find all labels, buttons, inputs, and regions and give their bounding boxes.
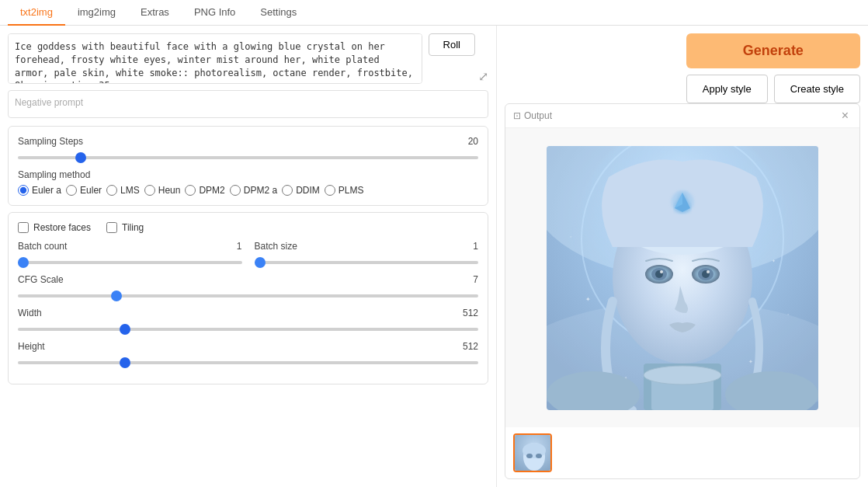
output-area: ⊡ Output × (505, 103, 860, 479)
tab-img2img[interactable]: img2img (65, 0, 128, 26)
tiling-checkbox[interactable]: Tiling (106, 222, 144, 233)
sampling-steps-label-row: Sampling Steps 20 (18, 136, 478, 147)
sampling-method-section: Sampling method Euler a Euler LMS (18, 169, 478, 196)
sampling-method-radio-group: Euler a Euler LMS Heun (18, 185, 478, 196)
thumbnail-row (505, 427, 859, 478)
create-style-button[interactable]: Create style (774, 75, 860, 103)
checkbox-row: Restore faces Tiling (18, 222, 478, 233)
output-header: ⊡ Output × (505, 104, 859, 128)
height-value: 512 (463, 341, 478, 352)
batch-sliders: Batch count 1 Batch size 1 (18, 241, 478, 274)
sampling-steps-label: Sampling Steps (18, 136, 83, 147)
svg-point-32 (526, 454, 533, 458)
svg-point-33 (536, 454, 542, 458)
svg-text:✦: ✦ (585, 296, 591, 303)
width-label: Width (18, 308, 42, 318)
main-content: Roll ⤢ Negative prompt Sampling Steps 20… (0, 26, 868, 487)
output-image-area: ✦ ✦ ✦ ✦ * * (505, 128, 859, 427)
negative-prompt-placeholder: Negative prompt (15, 97, 83, 108)
radio-plms[interactable]: PLMS (325, 185, 364, 196)
width-slider[interactable] (18, 328, 478, 331)
right-top-wrapper: Generate Apply style Create style (505, 33, 860, 103)
batch-count-slider[interactable] (18, 261, 242, 264)
batch-size-row: Batch size 1 (255, 241, 479, 266)
radio-heun[interactable]: Heun (144, 185, 181, 196)
radio-lms[interactable]: LMS (106, 185, 140, 196)
roll-button[interactable]: Roll (429, 33, 475, 56)
tab-txt2img[interactable]: txt2img (8, 0, 65, 26)
generate-button[interactable]: Generate (686, 33, 860, 68)
svg-text:✦: ✦ (772, 259, 776, 263)
tab-settings[interactable]: Settings (248, 0, 309, 26)
cfg-scale-value: 7 (473, 274, 478, 285)
prompt-input[interactable] (8, 33, 422, 84)
output-icon: ⊡ (513, 110, 521, 121)
prompt-row: Roll ⤢ (8, 33, 488, 84)
radio-dpm2[interactable]: DPM2 (185, 185, 224, 196)
negative-prompt-input[interactable]: Negative prompt (8, 90, 488, 118)
radio-euler-a[interactable]: Euler a (18, 185, 61, 196)
width-row: Width 512 (18, 308, 478, 333)
svg-point-18 (660, 270, 663, 273)
svg-point-7 (644, 366, 721, 384)
thumbnail-image (515, 435, 552, 472)
batch-count-row: Batch count 1 (18, 241, 242, 266)
sampling-steps-value: 20 (468, 136, 478, 147)
thumbnail-1[interactable] (513, 433, 552, 472)
height-row: Height 512 (18, 341, 478, 367)
generate-col: Generate Apply style Create style (686, 33, 860, 103)
radio-euler[interactable]: Euler (66, 185, 102, 196)
restore-faces-label: Restore faces (33, 222, 91, 233)
radio-dpm2a[interactable]: DPM2 a (230, 185, 277, 196)
height-slider[interactable] (18, 361, 478, 364)
tab-extras[interactable]: Extras (128, 0, 182, 26)
batch-size-slider[interactable] (255, 261, 479, 264)
svg-point-31 (523, 443, 546, 458)
batch-size-label: Batch size (255, 241, 297, 252)
tabs-bar: txt2img img2img Extras PNG Info Settings (0, 0, 868, 26)
batch-size-value: 1 (473, 241, 478, 252)
batch-count-label: Batch count (18, 241, 67, 252)
cfg-scale-row: CFG Scale 7 (18, 274, 478, 300)
radio-ddim[interactable]: DDIM (282, 185, 320, 196)
right-panel: Generate Apply style Create style ⊡ Outp… (497, 26, 868, 487)
output-close-button[interactable]: × (838, 109, 852, 123)
restore-faces-checkbox[interactable]: Restore faces (18, 222, 91, 233)
tiling-label: Tiling (122, 222, 144, 233)
svg-text:✦: ✦ (748, 359, 753, 364)
apply-style-button[interactable]: Apply style (686, 75, 768, 103)
generated-image: ✦ ✦ ✦ ✦ * * (547, 146, 818, 410)
svg-point-19 (707, 270, 710, 273)
left-panel: Roll ⤢ Negative prompt Sampling Steps 20… (0, 26, 497, 487)
options-section: Restore faces Tiling Batch count 1 (8, 212, 488, 384)
style-buttons-row: Apply style Create style (686, 75, 860, 103)
sampling-steps-section: Sampling Steps 20 Sampling method Euler … (8, 126, 488, 206)
cfg-scale-slider[interactable] (18, 294, 478, 297)
batch-count-value: 1 (237, 241, 242, 252)
tab-png-info[interactable]: PNG Info (182, 0, 248, 26)
svg-point-22 (671, 190, 694, 214)
sampling-steps-slider[interactable] (18, 156, 478, 159)
sampling-method-label: Sampling method (18, 169, 478, 180)
output-label: ⊡ Output (513, 110, 552, 121)
cfg-scale-label: CFG Scale (18, 274, 64, 285)
height-label: Height (18, 341, 45, 352)
expand-icon[interactable]: ⤢ (478, 69, 488, 84)
width-value: 512 (463, 308, 478, 318)
svg-text:✦: ✦ (624, 375, 627, 380)
sampling-steps-row: Sampling Steps 20 (18, 136, 478, 162)
app-container: txt2img img2img Extras PNG Info Settings… (0, 0, 868, 487)
